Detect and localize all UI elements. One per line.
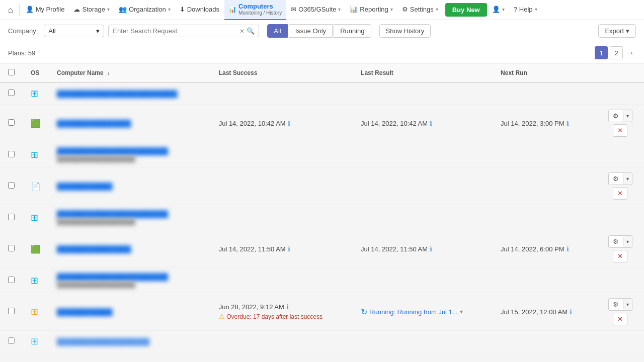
settings-icon: ⚙ xyxy=(402,6,408,13)
row-2-actions: ⚙ ▾ ✕ xyxy=(596,105,644,142)
nav-computers[interactable]: 📊 Computers Monitoring / History xyxy=(224,0,286,20)
row-4-name: ████████████ xyxy=(49,167,211,205)
nav-my-profile[interactable]: 👤 My Profile xyxy=(22,0,69,20)
nav-o365gsuite[interactable]: ✉ O365/GSuite ▾ xyxy=(287,0,345,20)
row-1-checkbox-cell xyxy=(0,82,23,105)
row-6-checkbox[interactable] xyxy=(8,245,15,251)
home-button[interactable]: ⌂ xyxy=(4,6,17,15)
row-4-checkbox[interactable] xyxy=(8,182,15,189)
row-4-last-result xyxy=(353,167,493,205)
row-8-action-caret[interactable]: ▾ xyxy=(623,300,632,309)
row-8-next-run-info-icon[interactable]: ℹ xyxy=(570,308,572,316)
row-8-checkbox[interactable] xyxy=(8,308,15,314)
row-6-result-info-icon[interactable]: ℹ xyxy=(430,245,432,253)
row-8-success-info-icon[interactable]: ℹ xyxy=(286,303,289,311)
row-5-checkbox-cell xyxy=(0,205,23,230)
company-caret-icon: ▾ xyxy=(96,27,100,35)
storage-icon: ☁ xyxy=(73,6,80,13)
row-2-delete-button[interactable]: ✕ xyxy=(613,124,627,137)
row-3-last-success xyxy=(211,142,353,167)
row-6-success-info-icon[interactable]: ℹ xyxy=(288,245,290,253)
row-6-delete-button[interactable]: ✕ xyxy=(613,250,627,262)
filter-issue-only-button[interactable]: Issue Only xyxy=(289,24,333,38)
export-button[interactable]: Export ▾ xyxy=(598,24,636,38)
row-6-gear-button[interactable]: ⚙ xyxy=(609,236,623,247)
row-4-gear-button[interactable]: ⚙ xyxy=(609,173,623,185)
row-1-actions xyxy=(596,82,644,105)
row-1-name: ██████████████████████████ xyxy=(49,82,211,105)
windows-icon: ⊞ xyxy=(31,276,38,286)
row-9-computer-name[interactable]: ████████████████████ xyxy=(57,338,203,345)
select-all-checkbox[interactable] xyxy=(8,69,15,75)
help-icon: ? xyxy=(514,6,517,13)
running-expand-button[interactable]: ▾ xyxy=(460,308,463,315)
nav-user[interactable]: 👤 ▾ xyxy=(488,0,509,20)
row-5-computer-name[interactable]: ████████████████████████ xyxy=(57,210,203,218)
row-3-name: ████████████████████████ ███████████████… xyxy=(49,142,211,167)
page-2-button[interactable]: 2 xyxy=(610,46,623,59)
table-header: OS Computer Name ↓ Last Success Last Res… xyxy=(0,64,644,82)
row-6-action-caret[interactable]: ▾ xyxy=(623,237,632,246)
plans-count: Plans: 59 xyxy=(8,49,35,57)
row-5-os: ⊞ xyxy=(23,205,49,230)
row-8-delete-button[interactable]: ✕ xyxy=(613,313,627,325)
row-3-computer-name[interactable]: ████████████████████████ xyxy=(57,147,203,155)
row-1-checkbox[interactable] xyxy=(8,89,15,96)
row-8-gear-button[interactable]: ⚙ xyxy=(609,299,623,310)
page-1-button[interactable]: 1 xyxy=(595,46,608,59)
show-history-button[interactable]: Show History xyxy=(379,24,431,38)
nav-reporting[interactable]: 📊 Reporting ▾ xyxy=(346,0,396,20)
row-6-computer-name[interactable]: ████████████████ xyxy=(57,245,203,253)
row-5-computer-sub: ████████████████████ xyxy=(57,219,203,225)
row-2-checkbox[interactable] xyxy=(8,119,15,126)
row-7-computer-name[interactable]: ████████████████████████ xyxy=(57,273,203,281)
row-2-computer-name[interactable]: ████████████████ xyxy=(57,120,203,127)
table-body: ⊞ ██████████████████████████ 🟩 xyxy=(0,82,644,352)
company-dropdown[interactable]: All ▾ xyxy=(44,25,104,37)
last-success-info-icon[interactable]: ℹ xyxy=(288,120,290,127)
select-all-header xyxy=(0,64,23,82)
nav-computers-label: Computers Monitoring / History xyxy=(238,3,282,17)
row-3-checkbox[interactable] xyxy=(8,151,15,157)
nav-reporting-label: Reporting xyxy=(360,6,388,13)
nav-settings[interactable]: ⚙ Settings ▾ xyxy=(398,0,442,20)
last-result-info-icon[interactable]: ℹ xyxy=(430,120,432,127)
row-9-name: ████████████████████ xyxy=(49,331,211,352)
row-6-last-success: Jul 14, 2022, 11:50 AM ℹ xyxy=(211,230,353,268)
row-6-os: 🟩 xyxy=(23,230,49,268)
overdue-text: Overdue: 17 days after last success xyxy=(226,313,323,320)
nav-storage[interactable]: ☁ Storage ▾ xyxy=(69,0,114,20)
row-3-actions xyxy=(596,142,644,167)
nav-downloads[interactable]: ⬇ Downloads xyxy=(176,0,223,20)
row-2-action-caret[interactable]: ▾ xyxy=(623,111,632,121)
nav-organization[interactable]: 👥 Organization ▾ xyxy=(115,0,175,20)
row-7-checkbox[interactable] xyxy=(8,277,15,283)
row-9-checkbox[interactable] xyxy=(8,337,15,344)
row-2-gear-button[interactable]: ⚙ xyxy=(609,110,623,122)
table-row: ⊞ ████████████████████████ █████████████… xyxy=(0,205,644,230)
row-4-computer-name[interactable]: ████████████ xyxy=(57,183,203,190)
row-8-checkbox-cell xyxy=(0,293,23,331)
xp-icon: ⊞ xyxy=(31,307,38,317)
row-6-next-run-info-icon[interactable]: ℹ xyxy=(567,245,569,253)
search-icon[interactable]: 🔍 xyxy=(247,27,255,35)
page-next-button[interactable]: → xyxy=(625,49,636,57)
row-4-delete-button[interactable]: ✕ xyxy=(613,187,627,200)
row-9-last-success xyxy=(211,331,353,352)
buy-new-button[interactable]: Buy New xyxy=(445,3,487,17)
row-1-computer-name[interactable]: ██████████████████████████ xyxy=(57,90,203,98)
row-4-actions: ⚙ ▾ ✕ xyxy=(596,167,644,205)
row-3-computer-sub: ████████████████████ xyxy=(57,156,203,162)
filter-all-button[interactable]: All xyxy=(267,24,287,38)
row-8-computer-name[interactable]: ████████████ xyxy=(57,308,203,316)
nav-help[interactable]: ? Help ▾ xyxy=(510,0,541,20)
row-5-checkbox[interactable] xyxy=(8,214,15,220)
search-clear-icon[interactable]: ✕ xyxy=(239,28,245,35)
table-row: ⊞ ████████████ Jun 28, 2022, 9:12 AM ℹ ⚠… xyxy=(0,293,644,331)
row-4-action-caret[interactable]: ▾ xyxy=(623,174,632,184)
computer-name-column-header[interactable]: Computer Name ↓ xyxy=(49,64,211,82)
filter-running-button[interactable]: Running xyxy=(334,24,371,38)
navbar: ⌂ 👤 My Profile ☁ Storage ▾ 👥 Organizatio… xyxy=(0,0,644,20)
search-input[interactable] xyxy=(113,27,237,35)
next-run-info-icon[interactable]: ℹ xyxy=(567,120,569,127)
